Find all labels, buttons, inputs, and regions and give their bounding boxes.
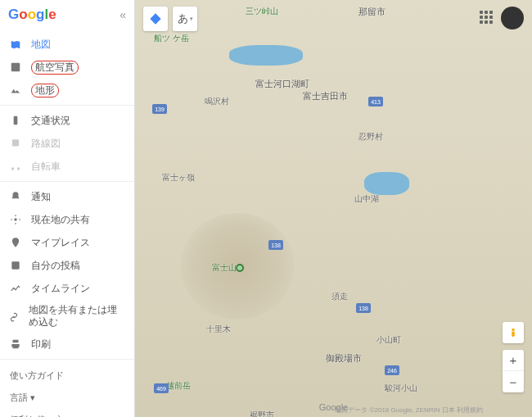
footer-link[interactable]: 使い方ガイド xyxy=(0,365,134,387)
layer-label: 地図 xyxy=(31,39,51,51)
layer-group: 地図 航空写真 地形 xyxy=(0,29,134,106)
language-input-button[interactable]: あ xyxy=(173,7,197,31)
zoom-control: + − xyxy=(503,350,524,392)
highlight-box: 航空写真 xyxy=(31,61,79,75)
map-label: 三ツ峠山 xyxy=(246,6,278,17)
map-label: 山中湖 xyxy=(354,193,379,205)
route-badge: 138 xyxy=(356,303,371,313)
print-item[interactable]: 印刷 xyxy=(0,333,134,356)
top-controls: あ xyxy=(143,7,197,31)
google-logo: Google xyxy=(8,7,56,23)
menu-label: 現在地の共有 xyxy=(31,214,90,226)
layer-terrain[interactable]: 地形 xyxy=(0,79,134,102)
footer-links: 使い方ガイド 言語 ▾ 便利な使い方 ヘルプ 消費者情報 地図に載っていない場所… xyxy=(0,360,134,417)
map-label: 忍野村 xyxy=(358,131,383,143)
menu-label: 自転車 xyxy=(31,161,61,173)
bike-item[interactable]: 自転車 xyxy=(0,155,134,178)
logo-row: Google « xyxy=(0,0,134,29)
route-badge: 469 xyxy=(154,383,169,393)
menu-label: 自分の投稿 xyxy=(31,260,80,272)
layer-label: 航空写真 xyxy=(35,62,74,72)
pegman-button[interactable] xyxy=(503,322,524,343)
share-location-icon xyxy=(8,212,23,227)
sidebar: Google « 地図 航空写真 地形 交通状況 路線図 自転車 xyxy=(0,0,135,417)
share-location-item[interactable]: 現在地の共有 xyxy=(0,208,134,231)
map-label: 小山町 xyxy=(376,334,401,346)
svg-point-5 xyxy=(14,218,17,221)
peak-marker[interactable] xyxy=(236,264,244,272)
map-label: 御殿場市 xyxy=(326,352,362,365)
layer-label: 地形 xyxy=(35,85,55,95)
footer-link[interactable]: 言語 ▾ xyxy=(0,387,134,409)
my-places-item[interactable]: マイプレイス xyxy=(0,231,134,254)
lake-yamanaka xyxy=(364,172,409,195)
layer-map[interactable]: 地図 xyxy=(0,33,134,56)
transport-group: 交通状況 路線図 自転車 xyxy=(0,106,134,182)
svg-point-7 xyxy=(512,329,515,332)
highlight-box: 地形 xyxy=(31,84,59,97)
top-right-controls xyxy=(480,7,524,29)
terrain-icon xyxy=(8,83,23,97)
lake xyxy=(229,45,303,66)
transit-icon xyxy=(8,136,23,151)
satellite-icon xyxy=(8,60,23,75)
svg-point-3 xyxy=(11,167,15,170)
svg-rect-0 xyxy=(11,63,20,72)
post-icon xyxy=(8,258,23,273)
menu-label: タイムライン xyxy=(31,283,90,295)
map-label: 須走 xyxy=(331,291,348,302)
link-icon xyxy=(8,309,20,324)
share-embed-item[interactable]: 地図を共有または埋め込む xyxy=(0,300,134,333)
map-label: 裾野市 xyxy=(250,410,274,417)
map-label: 富士ヶ嶺 xyxy=(162,172,195,184)
footer-link[interactable]: 便利な使い方 xyxy=(0,409,134,417)
map-label: 富士吉田市 xyxy=(303,90,348,102)
menu-label: 地図を共有または埋め込む xyxy=(29,304,126,329)
map-area[interactable]: 三ツ峠山那留市船ツ ケ岳富士河口湖町富士吉田市鳴沢村忍野村富士ヶ嶺山中湖十里木須… xyxy=(135,0,532,417)
route-badge: 139 xyxy=(152,104,167,114)
zoom-out-button[interactable]: − xyxy=(503,371,524,392)
bell-icon xyxy=(8,189,23,204)
menu-label: マイプレイス xyxy=(31,237,90,249)
bike-icon xyxy=(8,159,23,174)
svg-rect-1 xyxy=(14,116,18,125)
menu-label: 路線図 xyxy=(31,138,61,150)
tools-group: 通知 現在地の共有 マイプレイス 自分の投稿 タイムライン 地図を共有または埋め… xyxy=(0,182,134,360)
notifications-item[interactable]: 通知 xyxy=(0,185,134,208)
timeline-item[interactable]: タイムライン xyxy=(0,277,134,300)
traffic-item[interactable]: 交通状況 xyxy=(0,109,134,132)
map-label: 富士山 xyxy=(212,262,237,274)
avatar[interactable] xyxy=(501,7,524,29)
map-label: 越前岳 xyxy=(166,380,191,392)
route-badge: 246 xyxy=(385,365,399,375)
svg-point-4 xyxy=(17,167,20,170)
pin-icon xyxy=(8,235,23,250)
zoom-in-button[interactable]: + xyxy=(503,350,524,371)
map-label: 駿河小山 xyxy=(385,383,417,394)
map-label: 船ツ ケ岳 xyxy=(154,33,189,44)
menu-label: 通知 xyxy=(31,191,51,203)
map-label: 十里木 xyxy=(206,324,231,335)
svg-rect-2 xyxy=(12,139,19,146)
timeline-icon xyxy=(8,281,23,296)
my-posts-item[interactable]: 自分の投稿 xyxy=(0,254,134,277)
map-label: 鳴沢村 xyxy=(205,96,229,107)
layer-satellite[interactable]: 航空写真 xyxy=(0,56,134,79)
menu-label: 印刷 xyxy=(31,338,51,351)
transit-item[interactable]: 路線図 xyxy=(0,132,134,155)
map-attribution: 地図データ ©2018 Google, ZENRIN 日本 利用規約 xyxy=(335,406,483,415)
route-badge: 413 xyxy=(368,97,383,107)
route-badge: 138 xyxy=(268,240,283,250)
directions-button[interactable] xyxy=(143,7,168,31)
apps-icon[interactable] xyxy=(480,11,494,25)
map-label: 那留市 xyxy=(358,6,385,18)
svg-rect-6 xyxy=(11,261,19,269)
menu-label: 交通状況 xyxy=(31,115,70,127)
print-icon xyxy=(8,337,23,351)
map-canvas[interactable]: 三ツ峠山那留市船ツ ケ岳富士河口湖町富士吉田市鳴沢村忍野村富士ヶ嶺山中湖十里木須… xyxy=(135,0,532,417)
collapse-sidebar-icon[interactable]: « xyxy=(119,8,126,21)
traffic-icon xyxy=(8,113,23,128)
map-icon xyxy=(8,37,23,52)
map-label: 富士河口湖町 xyxy=(255,78,309,90)
